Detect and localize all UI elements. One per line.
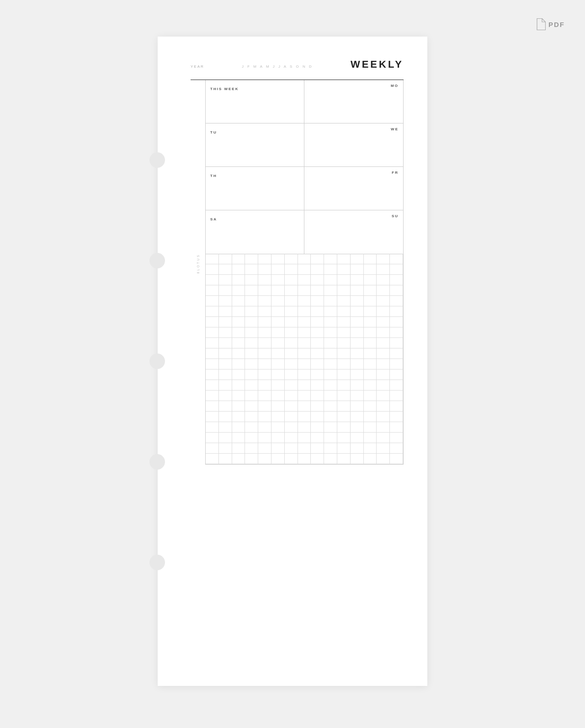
grid-cell (311, 338, 324, 348)
grid-cell (245, 264, 258, 275)
grid-cell (258, 348, 271, 359)
tu-cell: TU (206, 123, 304, 167)
grid-cell (206, 327, 219, 338)
grid-cell (364, 327, 377, 338)
grid-cell (324, 285, 337, 296)
grid-cell (324, 306, 337, 317)
grid-cell (245, 380, 258, 391)
ring-holes (149, 37, 165, 686)
grid-cell (298, 327, 311, 338)
grid-cell (337, 401, 351, 412)
grid-cell (298, 296, 311, 306)
grid-cell (377, 359, 390, 369)
pdf-button[interactable]: PDF (532, 16, 569, 32)
grid-cell (232, 391, 245, 401)
grid-cell (232, 412, 245, 422)
grid-cell (311, 369, 324, 380)
grid-cell (377, 401, 390, 412)
grid-cell (232, 380, 245, 391)
page-header: YEAR J F M A M J J A S O N D WEEKLY (191, 59, 404, 70)
grid-row (206, 369, 403, 380)
grid-cell (206, 454, 219, 464)
grid-cell (206, 443, 219, 454)
grid-cell (219, 359, 232, 369)
grid-cell (245, 369, 258, 380)
grid-cell (245, 275, 258, 285)
grid-cell (219, 296, 232, 306)
grid-cell (271, 348, 285, 359)
grid-cell (245, 317, 258, 327)
grid-cell (219, 285, 232, 296)
grid-cell (324, 401, 337, 412)
grid-cell (245, 412, 258, 422)
grid-cell (258, 338, 271, 348)
grid-cell (351, 327, 364, 338)
grid-cell (377, 275, 390, 285)
pdf-file-icon (536, 18, 546, 30)
grid-cell (337, 275, 351, 285)
grid-cell (311, 348, 324, 359)
grid-row (206, 264, 403, 275)
grid-cell (337, 338, 351, 348)
grid-cell (258, 380, 271, 391)
grid-cell (377, 296, 390, 306)
grid-cell (364, 369, 377, 380)
grid-cell (271, 443, 285, 454)
grid-cell (298, 391, 311, 401)
grid-cell (324, 391, 337, 401)
grid-cell (364, 422, 377, 433)
grid-cell (285, 296, 298, 306)
grid-cell (271, 412, 285, 422)
grid-cell (219, 338, 232, 348)
grid-cell (219, 254, 232, 264)
grid-cell (364, 317, 377, 327)
grid-cell (285, 285, 298, 296)
grid-cell (377, 254, 390, 264)
grid-cell (258, 327, 271, 338)
grid-cell (390, 317, 403, 327)
grid-row (206, 306, 403, 317)
grid-cell (390, 359, 403, 369)
grid-cell (232, 422, 245, 433)
grid-cell (271, 359, 285, 369)
grid-cell (390, 254, 403, 264)
grid-cell (271, 306, 285, 317)
grid-cell (206, 306, 219, 317)
grid-cell (311, 317, 324, 327)
grid-cell (245, 285, 258, 296)
grid-cell (271, 275, 285, 285)
grid-cell (298, 285, 311, 296)
grid-cell (351, 443, 364, 454)
grid-row (206, 391, 403, 401)
grid-cell (206, 391, 219, 401)
grid-cell (206, 317, 219, 327)
grid-row (206, 317, 403, 327)
grid-cell (311, 254, 324, 264)
grid-row (206, 401, 403, 412)
grid-cell (390, 380, 403, 391)
grid-cell (324, 275, 337, 285)
grid-cell (364, 401, 377, 412)
grid-row (206, 285, 403, 296)
grid-cell (232, 348, 245, 359)
grid-cell (351, 348, 364, 359)
ring-hole-5 (149, 555, 165, 570)
grid-cell (324, 433, 337, 443)
grid-cell (285, 401, 298, 412)
grid-cell (351, 422, 364, 433)
grid-cell (219, 369, 232, 380)
grid-cell (271, 454, 285, 464)
grid-cell (232, 433, 245, 443)
grid-cell (324, 369, 337, 380)
grid-cell (298, 433, 311, 443)
grid-cell (337, 296, 351, 306)
grid-cell (364, 254, 377, 264)
grid-cell (298, 338, 311, 348)
grid-cell (324, 317, 337, 327)
grid-cell (351, 275, 364, 285)
this-week-label: THIS WEEK (210, 87, 239, 91)
grid-cell (258, 254, 271, 264)
grid-cell (324, 254, 337, 264)
grid-cell (390, 454, 403, 464)
grid-cell (377, 348, 390, 359)
